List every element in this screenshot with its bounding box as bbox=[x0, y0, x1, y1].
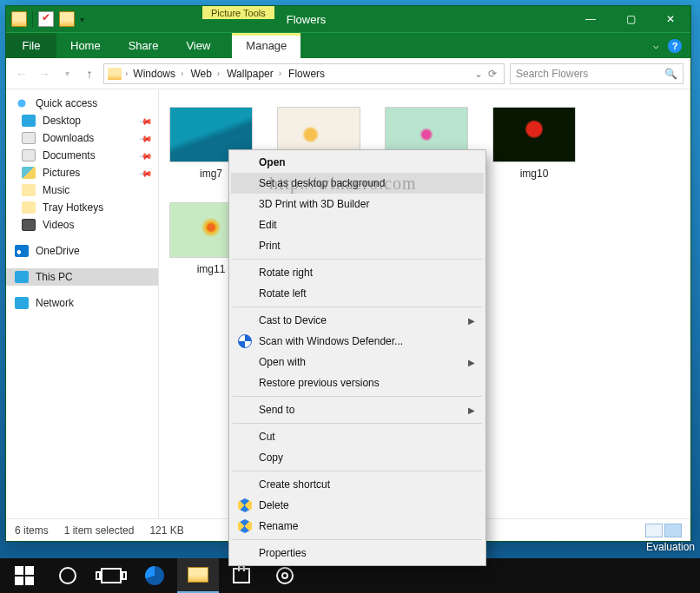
submenu-arrow-icon: ▶ bbox=[468, 405, 475, 415]
contextual-tab-title: Picture Tools bbox=[202, 6, 274, 19]
menu-item[interactable]: 3D Print with 3D Builder bbox=[231, 194, 484, 214]
close-button[interactable]: ✕ bbox=[650, 6, 690, 32]
search-icon: 🔍 bbox=[664, 68, 677, 80]
chevron-right-icon[interactable]: › bbox=[125, 69, 128, 78]
taskbar-edge[interactable] bbox=[134, 558, 175, 593]
crumb-wallpaper[interactable]: Wallpaper› bbox=[223, 64, 285, 83]
menu-item[interactable]: Delete bbox=[231, 495, 484, 516]
menu-item[interactable]: Create shortcut bbox=[231, 474, 484, 495]
tab-manage[interactable]: Manage bbox=[232, 33, 300, 58]
menu-item[interactable]: Send to▶ bbox=[231, 399, 484, 420]
taskbar-explorer[interactable] bbox=[177, 558, 219, 593]
task-view-button[interactable] bbox=[90, 558, 132, 593]
menu-separator bbox=[233, 306, 482, 307]
submenu-arrow-icon: ▶ bbox=[468, 358, 475, 367]
nav-music[interactable]: Music bbox=[6, 181, 158, 199]
context-menu: OpenSet as desktop background3D Print wi… bbox=[228, 149, 486, 566]
menu-item[interactable]: Rename bbox=[231, 516, 484, 537]
pin-icon: 📌 bbox=[139, 148, 153, 162]
star-icon bbox=[15, 97, 29, 109]
file-item[interactable]: img10 bbox=[489, 103, 579, 183]
menu-item[interactable]: Rotate left bbox=[231, 283, 484, 304]
maximize-button[interactable]: ▢ bbox=[611, 6, 650, 32]
menu-item-label: Send to bbox=[259, 404, 294, 416]
menu-item-label: Print bbox=[259, 240, 281, 252]
tab-share[interactable]: Share bbox=[115, 33, 173, 58]
menu-item-label: Copy bbox=[259, 451, 283, 464]
cortana-icon bbox=[59, 567, 76, 584]
address-bar[interactable]: › Windows› Web› Wallpaper› Flowers ⌄ ⟳ bbox=[103, 63, 505, 84]
menu-item-label: Rotate right bbox=[259, 267, 313, 279]
menu-separator bbox=[233, 539, 482, 540]
nav-desktop[interactable]: Desktop📌 bbox=[6, 112, 158, 129]
minimize-button[interactable]: — bbox=[571, 6, 611, 32]
folder-icon bbox=[22, 201, 36, 214]
nav-pictures[interactable]: Pictures📌 bbox=[6, 164, 158, 181]
qat-newfolder-icon[interactable] bbox=[59, 11, 75, 27]
menu-item[interactable]: Properties bbox=[231, 543, 484, 563]
nav-forward-button[interactable]: → bbox=[36, 65, 53, 82]
menu-item[interactable]: Copy bbox=[231, 447, 484, 468]
onedrive-icon bbox=[15, 245, 29, 257]
qat-customize-caret[interactable]: ▾ bbox=[80, 15, 84, 24]
menu-item-label: Rename bbox=[259, 520, 298, 532]
nav-recent-caret[interactable]: ▾ bbox=[58, 65, 76, 82]
contextual-tab-header: Picture Tools bbox=[202, 6, 274, 32]
menu-item[interactable]: Cast to Device▶ bbox=[231, 310, 484, 331]
pictures-icon bbox=[22, 167, 36, 179]
crumb-web[interactable]: Web› bbox=[187, 64, 223, 83]
menu-item[interactable]: Rotate right bbox=[231, 262, 484, 283]
nav-network[interactable]: Network bbox=[6, 294, 158, 312]
crumb-windows[interactable]: Windows› bbox=[129, 64, 187, 83]
address-dropdown-icon[interactable]: ⌄ bbox=[474, 68, 483, 80]
status-size: 121 KB bbox=[149, 524, 183, 537]
search-input[interactable]: Search Flowers 🔍 bbox=[510, 63, 683, 84]
nav-quick-access[interactable]: Quick access bbox=[6, 95, 158, 112]
file-tab[interactable]: File bbox=[6, 33, 56, 58]
crumb-flowers[interactable]: Flowers bbox=[285, 64, 328, 83]
menu-item-label: Delete bbox=[259, 499, 289, 511]
nav-up-button[interactable]: ↑ bbox=[81, 65, 98, 82]
task-view-icon bbox=[101, 568, 122, 583]
cortana-button[interactable] bbox=[47, 558, 89, 593]
documents-icon bbox=[22, 149, 36, 161]
thispc-icon bbox=[15, 271, 29, 283]
nav-back-button[interactable]: ← bbox=[13, 65, 30, 82]
status-item-count: 6 items bbox=[15, 524, 49, 537]
menu-item[interactable]: Open with▶ bbox=[231, 352, 484, 372]
menu-item[interactable]: Cut bbox=[231, 426, 484, 447]
windows-logo-icon bbox=[15, 566, 34, 585]
submenu-arrow-icon: ▶ bbox=[468, 316, 475, 326]
menu-item-label: Restore previous versions bbox=[259, 377, 380, 389]
nav-onedrive[interactable]: OneDrive bbox=[6, 242, 158, 260]
nav-downloads[interactable]: Downloads📌 bbox=[6, 129, 158, 147]
qat-properties-icon[interactable]: ✔ bbox=[38, 11, 54, 27]
menu-item-label: Rotate left bbox=[259, 287, 307, 300]
start-button[interactable] bbox=[3, 558, 45, 593]
menu-item[interactable]: Scan with Windows Defender... bbox=[231, 331, 484, 352]
menu-separator bbox=[233, 423, 482, 424]
status-selection: 1 item selected bbox=[64, 524, 135, 537]
ribbon-expand-icon[interactable]: ⌵ bbox=[653, 40, 659, 51]
tab-view[interactable]: View bbox=[172, 33, 224, 58]
nav-tray-hotkeys[interactable]: Tray Hotkeys bbox=[6, 199, 158, 216]
nav-this-pc[interactable]: This PC bbox=[6, 268, 158, 286]
tab-home[interactable]: Home bbox=[56, 33, 115, 58]
refresh-icon[interactable]: ⟳ bbox=[488, 68, 497, 80]
menu-item[interactable]: Open bbox=[231, 152, 484, 173]
nav-documents[interactable]: Documents📌 bbox=[6, 147, 158, 164]
menu-item[interactable]: Print bbox=[231, 235, 484, 256]
menu-item-label: Edit bbox=[259, 219, 277, 231]
view-thumbnails-button[interactable] bbox=[664, 524, 682, 537]
view-details-button[interactable] bbox=[645, 524, 663, 537]
address-folder-icon bbox=[108, 68, 122, 80]
menu-item-label: Open with bbox=[259, 356, 306, 368]
nav-videos[interactable]: Videos bbox=[6, 216, 158, 234]
help-icon[interactable]: ? bbox=[668, 39, 682, 53]
menu-item[interactable]: Edit bbox=[231, 214, 484, 235]
app-icon[interactable] bbox=[11, 11, 27, 27]
menu-item[interactable]: Set as desktop background bbox=[231, 173, 484, 194]
menu-item[interactable]: Restore previous versions bbox=[231, 372, 484, 393]
window-title: Flowers bbox=[287, 13, 327, 26]
menu-separator bbox=[233, 471, 482, 471]
